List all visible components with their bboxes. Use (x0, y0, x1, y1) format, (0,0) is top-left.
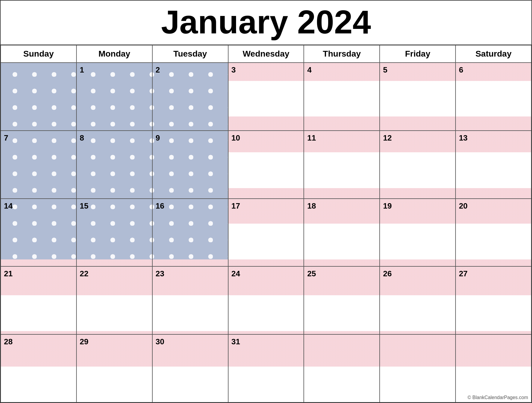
calendar-title: January 2024 (1, 1, 531, 45)
day-cell-26: 26 (380, 266, 456, 334)
day-cell-27: 27 (456, 266, 531, 334)
day-cell-17: 17 (228, 199, 304, 267)
day-number-10: 10 (232, 133, 301, 143)
day-number-15: 15 (80, 201, 149, 211)
day-number-12: 12 (383, 133, 452, 143)
day-number-13: 13 (459, 133, 528, 143)
day-cell-24: 24 (228, 266, 304, 334)
day-number-1: 1 (80, 65, 149, 75)
day-number-30: 30 (156, 337, 225, 346)
day-cell-29: 29 (76, 334, 152, 402)
day-number-17: 17 (232, 201, 301, 211)
day-cell-5: 5 (380, 63, 456, 131)
day-number-29: 29 (80, 337, 149, 346)
header-thursday: Thursday (304, 45, 380, 63)
day-number-25: 25 (307, 269, 376, 278)
day-number-11: 11 (307, 133, 376, 143)
day-cell-empty-2 (304, 334, 380, 402)
day-number-22: 22 (80, 269, 149, 278)
day-number-2: 2 (156, 65, 225, 75)
day-cell-12: 12 (380, 131, 456, 199)
day-number-28: 28 (4, 337, 73, 346)
day-cell-16: 16 (152, 199, 228, 267)
day-number-27: 27 (459, 269, 528, 278)
day-cell-15: 15 (76, 199, 152, 267)
day-cell-18: 18 (304, 199, 380, 267)
day-cell-13: 13 (456, 131, 531, 199)
day-number-19: 19 (383, 201, 452, 211)
day-cell-3: 3 (228, 63, 304, 131)
day-cell-8: 8 (76, 131, 152, 199)
day-number-5: 5 (383, 65, 452, 75)
day-number-16: 16 (156, 201, 225, 211)
day-cell-empty-1 (1, 63, 76, 131)
header-tuesday: Tuesday (152, 45, 228, 63)
day-cell-6: 6 (456, 63, 531, 131)
day-cell-19: 19 (380, 199, 456, 267)
header-friday: Friday (380, 45, 456, 63)
day-number-8: 8 (80, 133, 149, 143)
day-cell-22: 22 (76, 266, 152, 334)
day-number-23: 23 (156, 269, 225, 278)
day-number-6: 6 (459, 65, 528, 75)
day-cell-31: 31 (228, 334, 304, 402)
day-number-4: 4 (307, 65, 376, 75)
header-monday: Monday (76, 45, 152, 63)
day-cell-20: 20 (456, 199, 531, 267)
day-number-3: 3 (232, 65, 301, 75)
day-number-18: 18 (307, 201, 376, 211)
day-cell-empty-3 (380, 334, 456, 402)
day-cell-4: 4 (304, 63, 380, 131)
watermark: © BlankCalendarPages.com (468, 395, 528, 400)
day-number-20: 20 (459, 201, 528, 211)
day-cell-7: 7 (1, 131, 76, 199)
day-number-14: 14 (4, 201, 73, 211)
day-cell-2: 2 (152, 63, 228, 131)
header-sunday: Sunday (1, 45, 76, 63)
day-cell-11: 11 (304, 131, 380, 199)
day-number-24: 24 (232, 269, 301, 278)
header-wednesday: Wednesday (228, 45, 304, 63)
day-cell-10: 10 (228, 131, 304, 199)
day-cell-21: 21 (1, 266, 76, 334)
day-cell-28: 28 (1, 334, 76, 402)
day-number-21: 21 (4, 269, 73, 278)
day-cell-14: 14 (1, 199, 76, 267)
day-cell-23: 23 (152, 266, 228, 334)
day-cell-empty-4: © BlankCalendarPages.com (456, 334, 531, 402)
day-cell-25: 25 (304, 266, 380, 334)
calendar-container: January 2024 Sunday Monday Tuesday Wedne… (0, 0, 532, 403)
day-cell-1: 1 (76, 63, 152, 131)
day-number-7: 7 (4, 133, 73, 143)
day-cell-30: 30 (152, 334, 228, 402)
day-number-26: 26 (383, 269, 452, 278)
header-saturday: Saturday (456, 45, 531, 63)
day-number-9: 9 (156, 133, 225, 143)
day-cell-9: 9 (152, 131, 228, 199)
day-number-31: 31 (232, 337, 301, 346)
calendar-body: Sunday Monday Tuesday Wednesday Thursday… (1, 45, 531, 402)
